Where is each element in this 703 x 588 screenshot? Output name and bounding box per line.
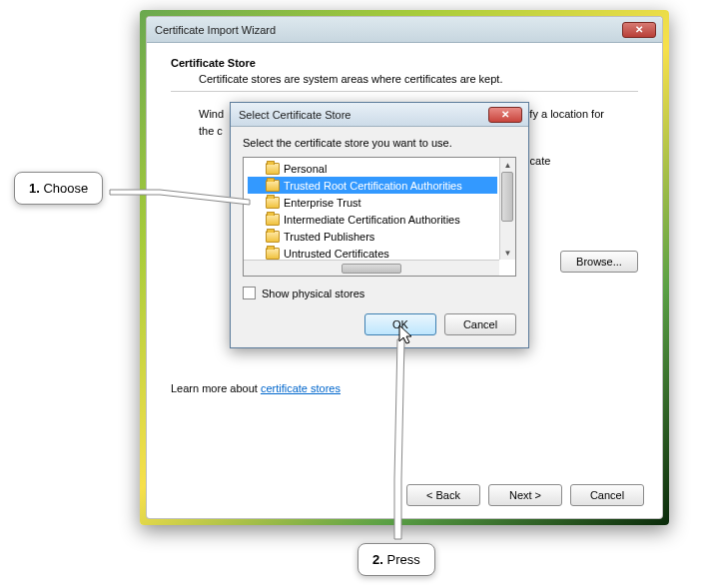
folder-icon [266,248,280,260]
wizard-cancel-button[interactable]: Cancel [570,484,644,506]
dialog-body: Select the certificate store you want to… [231,127,528,347]
browse-button[interactable]: Browse... [560,251,638,273]
tree-item[interactable]: Enterprise Trust [248,194,497,211]
dialog-close-button[interactable]: ✕ [488,107,522,123]
show-physical-label: Show physical stores [262,288,364,299]
ok-button[interactable]: OK [364,313,436,335]
scroll-thumb[interactable] [501,172,513,222]
folder-icon [266,231,280,243]
folder-icon [266,214,280,226]
separator [171,91,638,92]
dialog-cancel-button[interactable]: Cancel [444,313,516,335]
wizard-footer: < Back Next > Cancel [406,484,644,506]
scroll-up-arrow-icon[interactable]: ▲ [500,158,515,172]
certificate-store-tree[interactable]: PersonalTrusted Root Certification Autho… [243,157,516,277]
annotation-choose: 1. Choose [14,172,103,205]
select-certificate-store-dialog: Select Certificate Store ✕ Select the ce… [230,102,529,348]
folder-icon [266,197,280,209]
hscroll-thumb[interactable] [342,264,401,274]
section-heading: Certificate Store [171,57,638,69]
tree-item[interactable]: Intermediate Certification Authorities [248,211,497,228]
tree-item[interactable]: Trusted Root Certification Authorities [248,177,497,194]
tree-item-label: Enterprise Trust [284,197,361,209]
tree-item-label: Trusted Publishers [284,231,374,243]
dialog-prompt: Select the certificate store you want to… [243,137,516,149]
close-icon: ✕ [635,24,643,35]
folder-icon [266,163,280,175]
vertical-scrollbar[interactable]: ▲ ▼ [499,158,515,260]
tree-item[interactable]: Personal [248,160,497,177]
horizontal-scrollbar[interactable] [244,260,499,276]
dialog-buttons: OK Cancel [243,313,516,335]
learn-more-line: Learn more about certificate stores [171,382,341,394]
tree-item-label: Untrusted Certificates [284,248,389,260]
folder-icon [266,180,280,192]
show-physical-checkbox[interactable] [243,287,256,299]
tree-item-label: Trusted Root Certification Authorities [284,180,462,192]
tree-item[interactable]: Trusted Publishers [248,228,497,245]
dialog-titlebar[interactable]: Select Certificate Store ✕ [231,103,528,127]
wizard-title: Certificate Import Wizard [155,24,276,36]
scroll-down-arrow-icon[interactable]: ▼ [500,246,515,260]
tree-item-label: Personal [284,163,327,175]
section-subheading: Certificate stores are system areas wher… [199,73,638,85]
wizard-titlebar[interactable]: Certificate Import Wizard ✕ [147,17,662,43]
close-button[interactable]: ✕ [622,22,656,38]
certificate-stores-link[interactable]: certificate stores [261,382,341,394]
back-button[interactable]: < Back [406,484,480,506]
tree-item-label: Intermediate Certification Authorities [284,214,460,226]
annotation-press: 2. Press [357,543,435,576]
close-icon: ✕ [501,109,509,120]
show-physical-row: Show physical stores [243,287,516,299]
next-button[interactable]: Next > [488,484,562,506]
dialog-title: Select Certificate Store [239,109,352,121]
